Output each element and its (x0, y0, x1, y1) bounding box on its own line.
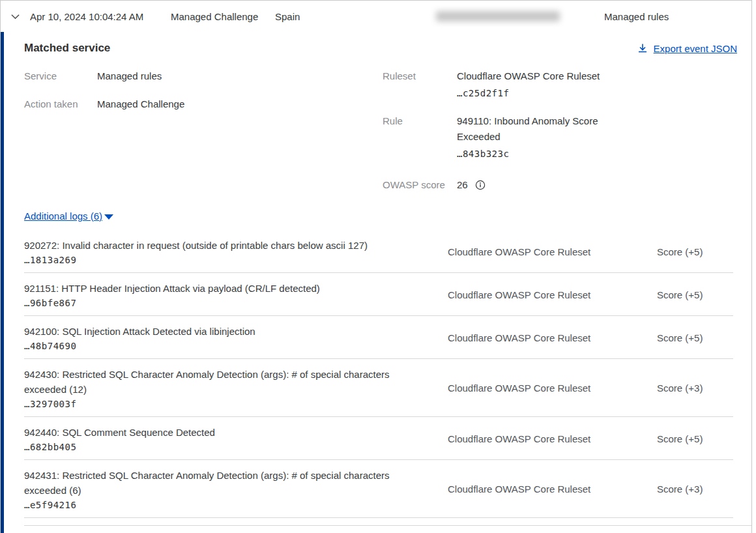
additional-logs-label: Additional logs (6) (24, 210, 102, 222)
next-event-row-divider (24, 525, 751, 526)
ruleset-label: Ruleset (383, 68, 457, 101)
log-rule-description: 942430: Restricted SQL Character Anomaly… (24, 367, 405, 397)
chevron-down-icon (10, 12, 20, 22)
redacted-host-blur (436, 11, 560, 22)
log-ruleset: Cloudflare OWASP Core Ruleset (448, 425, 657, 452)
log-rule-id: …3297003f (24, 399, 448, 409)
event-country: Spain (275, 11, 436, 22)
additional-logs-table: 920272: Invalid character in request (ou… (24, 230, 733, 518)
log-rule-description: 942431: Restricted SQL Character Anomaly… (24, 468, 405, 498)
log-score: Score (+5) (657, 425, 733, 452)
service-field: Service Managed rules (24, 68, 383, 84)
rule-label: Rule (383, 113, 457, 162)
event-detail-expanded: Matched service Export event JSON (1, 32, 751, 533)
log-rule-id: …96bfe867 (24, 298, 448, 308)
log-rule-id: …e5f94216 (24, 500, 448, 510)
export-event-json-link[interactable]: Export event JSON (637, 43, 737, 54)
caret-down-icon (104, 214, 113, 220)
firewall-event-panel: Apr 10, 2024 10:04:24 AM Managed Challen… (0, 0, 752, 533)
log-row: 942440: SQL Comment Sequence Detected …6… (24, 417, 733, 460)
ruleset-field: Ruleset Cloudflare OWASP Core Ruleset …c… (383, 68, 620, 101)
log-rule-id: …48b74690 (24, 341, 448, 351)
owasp-score-info-button[interactable] (475, 180, 486, 190)
log-score: Score (+3) (657, 468, 733, 510)
matched-service-left-fields: Service Managed rules Action taken Manag… (24, 68, 383, 193)
log-ruleset: Cloudflare OWASP Core Ruleset (448, 324, 657, 351)
log-row: 921151: HTTP Header Injection Attack via… (24, 273, 733, 316)
event-service: Managed rules (604, 11, 669, 22)
log-ruleset: Cloudflare OWASP Core Ruleset (448, 468, 657, 510)
matched-service-title: Matched service (24, 42, 110, 55)
owasp-score-field: OWASP score 26 (383, 177, 620, 193)
rule-id: …843b323c (457, 146, 620, 162)
log-rule-description: 920272: Invalid character in request (ou… (24, 238, 405, 253)
ruleset-name: Cloudflare OWASP Core Ruleset (457, 68, 600, 84)
log-ruleset: Cloudflare OWASP Core Ruleset (448, 281, 657, 308)
log-rule-id: …682bb405 (24, 442, 448, 452)
service-label: Service (24, 68, 97, 84)
additional-logs-toggle[interactable]: Additional logs (6) (24, 210, 113, 222)
log-score: Score (+3) (657, 367, 733, 409)
rule-name: 949110: Inbound Anomaly Score Exceeded (457, 113, 620, 145)
log-score: Score (+5) (657, 238, 733, 265)
collapse-event-button[interactable] (9, 10, 21, 22)
log-row: 942100: SQL Injection Attack Detected vi… (24, 316, 733, 359)
log-row: 942430: Restricted SQL Character Anomaly… (24, 359, 733, 417)
log-score: Score (+5) (657, 324, 733, 351)
event-summary-row[interactable]: Apr 10, 2024 10:04:24 AM Managed Challen… (1, 1, 751, 32)
service-value: Managed rules (97, 68, 162, 84)
log-row: 920272: Invalid character in request (ou… (24, 230, 733, 273)
matched-service-right-fields: Ruleset Cloudflare OWASP Core Ruleset …c… (383, 68, 620, 193)
log-rule-id: …1813a269 (24, 255, 448, 265)
action-taken-value: Managed Challenge (97, 96, 184, 112)
log-rule-description: 921151: HTTP Header Injection Attack via… (24, 281, 405, 296)
action-taken-field: Action taken Managed Challenge (24, 96, 383, 112)
ruleset-id: …c25d2f1f (457, 85, 600, 101)
owasp-score-value: 26 (457, 177, 468, 193)
log-rule-description: 942100: SQL Injection Attack Detected vi… (24, 324, 405, 339)
log-ruleset: Cloudflare OWASP Core Ruleset (448, 367, 657, 409)
export-event-json-label: Export event JSON (654, 43, 737, 54)
event-timestamp: Apr 10, 2024 10:04:24 AM (30, 11, 171, 22)
log-ruleset: Cloudflare OWASP Core Ruleset (448, 238, 657, 265)
log-rule-description: 942440: SQL Comment Sequence Detected (24, 425, 405, 440)
rule-field: Rule 949110: Inbound Anomaly Score Excee… (383, 113, 620, 162)
owasp-score-label: OWASP score (383, 177, 457, 193)
download-icon (637, 43, 648, 53)
log-row: 942431: Restricted SQL Character Anomaly… (24, 460, 733, 518)
action-taken-label: Action taken (24, 96, 97, 112)
event-action: Managed Challenge (171, 11, 275, 22)
log-score: Score (+5) (657, 281, 733, 308)
info-icon (475, 180, 486, 190)
